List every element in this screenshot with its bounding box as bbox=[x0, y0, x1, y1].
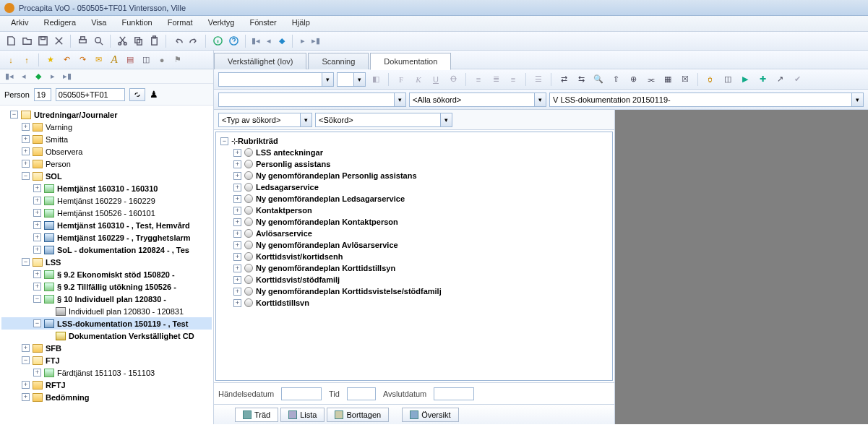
filter-sokord-combo[interactable]: <Alla sökord>▾ bbox=[409, 93, 546, 107]
expand-icon[interactable]: + bbox=[33, 197, 41, 205]
expand-icon[interactable]: + bbox=[233, 276, 241, 284]
color-button[interactable]: ◧ bbox=[369, 72, 383, 87]
rub-item[interactable]: LSS anteckningar bbox=[256, 148, 323, 157]
help-icon[interactable] bbox=[227, 35, 240, 48]
collapse-icon[interactable]: − bbox=[22, 258, 30, 266]
tree-person[interactable]: Person bbox=[46, 160, 71, 168]
collapse-icon[interactable]: − bbox=[220, 137, 228, 145]
expand-icon[interactable]: + bbox=[233, 264, 241, 272]
collapse-icon[interactable]: − bbox=[33, 319, 41, 327]
expand-icon[interactable]: + bbox=[233, 160, 241, 168]
menu-fonster[interactable]: Fönster bbox=[243, 16, 283, 29]
menu-format[interactable]: Format bbox=[161, 16, 199, 29]
tree-item[interactable]: Hemtjänst 160229 - , Trygghetslarm bbox=[57, 233, 191, 242]
tool2-icon[interactable]: ⇆ bbox=[574, 72, 588, 87]
nav-prev-icon[interactable]: ◂ bbox=[19, 72, 29, 81]
collapse-icon[interactable]: − bbox=[33, 295, 41, 303]
expand-icon[interactable]: + bbox=[233, 172, 241, 180]
paste-icon[interactable] bbox=[147, 35, 160, 48]
add-icon[interactable]: ✚ bbox=[755, 72, 770, 87]
delete-icon[interactable] bbox=[52, 35, 65, 48]
undo2-icon[interactable]: ↶ bbox=[60, 53, 73, 66]
expand-icon[interactable]: + bbox=[22, 147, 30, 155]
tree-smitta[interactable]: Smitta bbox=[46, 135, 68, 144]
tree-item[interactable]: Färdtjänst 151103 - 151103 bbox=[57, 369, 155, 377]
bold-button[interactable]: F bbox=[394, 72, 408, 87]
rub-item[interactable]: Ny genomförandeplan Avlösarservice bbox=[256, 241, 398, 249]
expand-icon[interactable]: + bbox=[33, 184, 41, 192]
print-icon[interactable] bbox=[76, 35, 89, 48]
export-icon[interactable]: ↗ bbox=[773, 72, 787, 87]
rubrik-tree[interactable]: −⊹ Rubrikträd +LSS anteckningar+Personli… bbox=[215, 132, 613, 381]
expand-icon[interactable]: + bbox=[233, 288, 241, 296]
next-icon[interactable]: ▸ bbox=[298, 35, 308, 48]
tree-item[interactable]: Hemtjänst 160310 - 160310 bbox=[57, 184, 158, 193]
expand-icon[interactable]: + bbox=[22, 381, 30, 389]
rub-item[interactable]: Ny genomförandeplan Ledsagarservice bbox=[256, 194, 405, 203]
flag-icon[interactable]: ⚑ bbox=[171, 53, 184, 66]
nav-last-icon[interactable]: ▸▮ bbox=[62, 72, 72, 81]
person-silhouette-icon[interactable]: ♟ bbox=[150, 89, 158, 100]
play-icon[interactable]: ▶ bbox=[738, 72, 752, 87]
nav-first-icon[interactable]: ▮◂ bbox=[4, 72, 14, 81]
chevron-down-icon[interactable]: ▾ bbox=[322, 73, 333, 86]
expand-icon[interactable]: + bbox=[233, 299, 241, 307]
note-icon[interactable]: ◫ bbox=[139, 53, 152, 66]
menu-arkiv[interactable]: Arkiv bbox=[4, 16, 35, 29]
chevron-down-icon[interactable]: ▾ bbox=[851, 93, 863, 106]
expand-icon[interactable]: + bbox=[233, 230, 241, 238]
rub-item[interactable]: Ny genomförandeplan Korttidsvistelse/stö… bbox=[256, 287, 442, 296]
menu-hjalp[interactable]: Hjälp bbox=[285, 16, 317, 29]
current-icon[interactable]: ◆ bbox=[277, 35, 287, 48]
menu-redigera[interactable]: Redigera bbox=[38, 16, 83, 29]
tab-dokumentation[interactable]: Dokumentation bbox=[370, 53, 451, 70]
person-id-input[interactable] bbox=[56, 88, 125, 101]
rub-item[interactable]: Kontaktperson bbox=[256, 206, 312, 215]
collapse-icon[interactable]: − bbox=[10, 111, 18, 119]
tree-item[interactable]: Dokumentation Verkställighet CD bbox=[69, 332, 194, 340]
font-size-combo[interactable]: ▾ bbox=[337, 72, 366, 87]
expand-icon[interactable]: + bbox=[33, 246, 41, 254]
btab-oversikt[interactable]: Översikt bbox=[402, 408, 458, 422]
align-center-icon[interactable]: ≣ bbox=[489, 72, 503, 87]
preview-icon[interactable] bbox=[92, 35, 105, 48]
replace-icon[interactable]: ⇧ bbox=[609, 72, 623, 87]
tree-sol[interactable]: SOL bbox=[46, 172, 62, 181]
expand-icon[interactable]: + bbox=[22, 135, 30, 143]
copy-icon[interactable] bbox=[132, 35, 145, 48]
expand-icon[interactable]: + bbox=[233, 218, 241, 226]
tool1-icon[interactable]: ⇄ bbox=[557, 72, 571, 87]
expand-icon[interactable]: + bbox=[22, 344, 30, 352]
tree-item[interactable]: § 10 Individuell plan 120830 - bbox=[57, 295, 166, 304]
collapse-icon[interactable]: − bbox=[22, 172, 30, 180]
italic-button[interactable]: K bbox=[411, 72, 426, 87]
expand-icon[interactable]: + bbox=[33, 369, 41, 377]
expand-icon[interactable]: + bbox=[22, 160, 30, 168]
down-arrow-icon[interactable]: ↓ bbox=[4, 53, 17, 66]
typ-combo[interactable]: <Typ av sökord>▾ bbox=[218, 113, 312, 127]
tree-item[interactable]: SoL - dokumentation 120824 - , Tes bbox=[57, 246, 189, 254]
sokord-combo[interactable]: <Sökord>▾ bbox=[315, 113, 452, 127]
tree-item[interactable]: Hemtjänst 160310 - , Test, Hemvård bbox=[57, 221, 190, 230]
rub-root[interactable]: Rubrikträd bbox=[238, 137, 278, 145]
save-icon[interactable] bbox=[36, 35, 49, 48]
table-icon[interactable]: ▦ bbox=[661, 72, 675, 87]
tree-item[interactable]: Hemtjänst 150526 - 160101 bbox=[57, 209, 155, 218]
prev-icon[interactable]: ◂ bbox=[264, 35, 274, 48]
nav-next-icon[interactable]: ▸ bbox=[48, 72, 58, 81]
tree-root[interactable]: Utredningar/Journaler bbox=[34, 111, 118, 119]
rub-item[interactable]: Korttidsvist/stödfamilj bbox=[256, 275, 340, 284]
tree-item-selected[interactable]: LSS-dokumentation 150119 - , Test bbox=[57, 319, 188, 328]
strike-button[interactable]: Ꝋ bbox=[446, 72, 460, 87]
rub-item[interactable]: Ny genomförandeplan Personlig assistans bbox=[256, 171, 417, 180]
tree-rftj[interactable]: RFTJ bbox=[46, 381, 66, 390]
cut-icon[interactable] bbox=[116, 35, 129, 48]
tid-input[interactable] bbox=[347, 387, 376, 400]
nav-curr-icon[interactable]: ◆ bbox=[33, 72, 43, 81]
last-icon[interactable]: ▸▮ bbox=[311, 35, 321, 48]
tree-lss[interactable]: LSS bbox=[46, 258, 61, 267]
expand-icon[interactable]: + bbox=[233, 195, 241, 203]
underline-button[interactable]: U bbox=[429, 72, 443, 87]
tab-verkstallighet[interactable]: Verkställighet (Iov) bbox=[214, 53, 306, 69]
left-tree[interactable]: −Utredningar/Journaler +Varning +Smitta … bbox=[0, 106, 213, 424]
